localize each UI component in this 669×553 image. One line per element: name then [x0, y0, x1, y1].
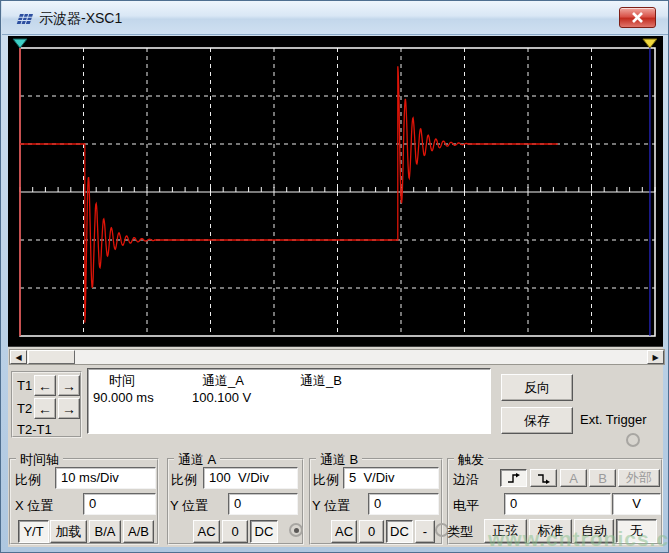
scroll-left-button[interactable]: ◀ — [10, 350, 27, 364]
waveform-channel-a — [20, 66, 558, 322]
trigger-source-a-label: A — [569, 471, 578, 486]
close-icon — [631, 12, 644, 23]
channel-b-ypos-label: Y 位置 — [312, 497, 350, 515]
rising-edge-icon — [507, 473, 521, 484]
channel-b-scale-label: 比例 — [313, 471, 339, 489]
trigger-type-normal-button[interactable]: 标准 — [529, 519, 572, 543]
reverse-button-label: 反向 — [524, 379, 550, 397]
channel-b-ypos-input[interactable]: 0 — [368, 493, 439, 515]
trigger-source-a-button[interactable]: A — [560, 469, 587, 487]
readout-header-channel-a: 通道_A — [202, 372, 244, 390]
mode-ab-button[interactable]: A/B — [123, 520, 154, 543]
h-scrollbar[interactable]: ◀ ▶ — [9, 349, 665, 365]
trigger-legend: 触发 — [454, 451, 488, 469]
trigger-type-auto-button[interactable]: 自动 — [574, 519, 614, 543]
channel-b-ac-label: AC — [335, 524, 353, 539]
scroll-thumb[interactable] — [28, 350, 75, 364]
right-arrow-icon: → — [62, 401, 76, 417]
mode-ab-label: A/B — [128, 524, 149, 539]
channel-a-ground-label: 0 — [231, 524, 238, 539]
mode-ba-button[interactable]: B/A — [89, 520, 121, 543]
mode-add-label: 加载 — [56, 523, 82, 541]
left-arrow-icon: ← — [38, 378, 52, 394]
ext-trigger-label: Ext. Trigger — [580, 412, 646, 427]
reverse-button[interactable]: 反向 — [501, 374, 573, 401]
channel-a-ac-label: AC — [197, 524, 215, 539]
mode-ba-label: B/A — [95, 524, 116, 539]
cursor-t1-handle[interactable] — [13, 39, 27, 48]
timebase-xpos-input[interactable]: 0 — [83, 493, 156, 515]
edge-rising-button[interactable] — [500, 469, 527, 487]
trigger-type-single-button[interactable]: 正弦 — [484, 519, 527, 543]
channel-a-dc-button[interactable]: DC — [250, 520, 278, 543]
edge-falling-button[interactable] — [530, 469, 557, 487]
channel-a-ypos-label: Y 位置 — [170, 497, 208, 515]
trigger-level-unit-select[interactable]: V — [612, 493, 661, 515]
trigger-level-label: 电平 — [453, 497, 479, 515]
channel-a-scale-label: 比例 — [171, 471, 197, 489]
window-title: 示波器-XSC1 — [39, 10, 122, 28]
cursor-controls: T1 ← → T2 ← → T2-T1 — [11, 371, 82, 438]
channel-a-scale-input[interactable]: 100 V/Div — [203, 467, 298, 489]
mode-yt-label: Y/T — [23, 524, 43, 539]
cursor-t2-handle[interactable] — [643, 39, 657, 48]
scope-display[interactable] — [8, 36, 663, 347]
trigger-source-b-label: B — [598, 471, 607, 486]
channel-b-ac-button[interactable]: AC — [331, 520, 357, 543]
timebase-xpos-label: X 位置 — [15, 497, 53, 515]
channel-a-dc-label: DC — [255, 524, 274, 539]
save-button-label: 保存 — [524, 412, 550, 430]
mode-add-button[interactable]: 加载 — [50, 520, 87, 543]
channel-a-ypos-input[interactable]: 0 — [228, 493, 298, 515]
scroll-right-icon: ▶ — [652, 353, 658, 362]
channel-a-ground-button[interactable]: 0 — [222, 520, 248, 543]
channel-b-ground-button[interactable]: 0 — [359, 520, 384, 543]
trigger-type-none-label: 无 — [630, 522, 643, 540]
timebase-scale-input[interactable]: 10 ms/Div — [55, 467, 156, 489]
trigger-type-auto-label: 自动 — [581, 522, 607, 540]
trigger-source-b-button[interactable]: B — [589, 469, 616, 487]
scope-grid — [8, 36, 663, 347]
trigger-type-none-button[interactable]: 无 — [616, 519, 657, 543]
falling-edge-icon — [537, 473, 551, 484]
trigger-source-ext-label: 外部 — [626, 469, 652, 487]
trigger-type-normal-label: 标准 — [538, 522, 564, 540]
t1-left-button[interactable]: ← — [34, 375, 56, 396]
close-button[interactable] — [619, 7, 656, 28]
ext-trigger-terminal — [626, 433, 640, 447]
title-bar[interactable]: 示波器-XSC1 — [2, 1, 669, 35]
right-arrow-icon: → — [62, 378, 76, 394]
channel-b-minus-label: - — [423, 524, 427, 539]
channel-a-terminal — [289, 523, 303, 537]
app-icon — [15, 11, 35, 26]
trigger-level-input[interactable]: 0 — [504, 493, 611, 515]
trigger-type-label: 类型 — [447, 523, 473, 541]
readout-t1-channel-a: 100.100 V — [192, 390, 251, 405]
mode-yt-button[interactable]: Y/T — [18, 520, 49, 543]
left-arrow-icon: ← — [38, 401, 52, 417]
scroll-right-button[interactable]: ▶ — [647, 350, 664, 364]
timebase-scale-label: 比例 — [15, 471, 41, 489]
readout-panel: 时间 通道_A 通道_B 90.000 ms 100.100 V — [87, 368, 491, 434]
t1-label: T1 — [17, 378, 32, 393]
channel-b-minus-button[interactable]: - — [415, 520, 435, 543]
trigger-source-ext-button[interactable]: 外部 — [618, 469, 660, 487]
t2-left-button[interactable]: ← — [34, 398, 56, 419]
channel-b-scale-input[interactable]: 5 V/Div — [343, 467, 439, 489]
trigger-type-single-label: 正弦 — [493, 522, 519, 540]
trigger-edge-label: 边沿 — [453, 471, 479, 489]
readout-header-time: 时间 — [109, 372, 135, 390]
oscilloscope-window: 示波器-XSC1 ◀ ▶ T1 ← → T2 ← → T2-T1 时间 通道_A… — [0, 0, 669, 553]
t1-right-button[interactable]: → — [58, 375, 80, 396]
channel-b-ground-label: 0 — [368, 524, 375, 539]
channel-a-ac-button[interactable]: AC — [193, 520, 220, 543]
t2-right-button[interactable]: → — [58, 398, 80, 419]
t2-t1-label: T2-T1 — [17, 422, 52, 437]
scroll-left-icon: ◀ — [15, 353, 21, 362]
channel-b-dc-label: DC — [390, 524, 409, 539]
save-button[interactable]: 保存 — [501, 407, 573, 434]
t2-label: T2 — [17, 401, 32, 416]
readout-t1-time: 90.000 ms — [93, 390, 154, 405]
readout-header-channel-b: 通道_B — [300, 372, 342, 390]
channel-b-dc-button[interactable]: DC — [386, 520, 413, 543]
